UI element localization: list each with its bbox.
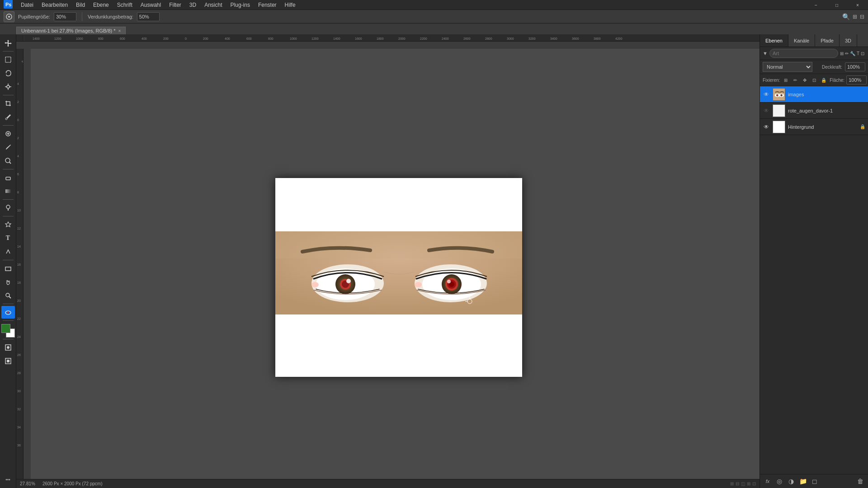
tool-shape[interactable] <box>1 262 15 275</box>
menu-item-bild[interactable]: Bild <box>72 1 89 9</box>
doc-tab-close-button[interactable]: × <box>118 28 121 33</box>
maximize-button[interactable]: □ <box>826 0 847 10</box>
zoom-level: 27.81% <box>20 481 35 486</box>
lock-all-icon[interactable]: 🔒 <box>820 76 828 84</box>
tool-screen-mode[interactable] <box>1 355 15 367</box>
menu-item-hilfe[interactable]: Hilfe <box>281 1 299 9</box>
group-button[interactable]: 📁 <box>798 476 808 486</box>
menu-item-plugins[interactable]: Plug-ins <box>227 1 254 9</box>
darken-input[interactable] <box>137 12 160 21</box>
lock-icons: ⊞ ✏ ✥ ⊡ 🔒 <box>782 76 828 84</box>
menu-item-bearbeiten[interactable]: Bearbeiten <box>38 1 71 9</box>
separator-1 <box>3 51 14 52</box>
svg-text:1800: 1800 <box>377 37 384 40</box>
lock-move-icon[interactable]: ✥ <box>801 76 809 84</box>
color-swatches[interactable] <box>1 324 15 338</box>
svg-text:24: 24 <box>17 335 21 338</box>
tool-hand[interactable] <box>1 276 15 288</box>
tab-pfade[interactable]: Pfade <box>815 34 840 47</box>
fill-input[interactable] <box>846 75 867 84</box>
layers-bottom-bar: fx ◎ ◑ 📁 ◻ 🗑 <box>760 474 868 488</box>
tool-crop[interactable] <box>1 97 15 110</box>
tab-kanale[interactable]: Kanäle <box>788 34 815 47</box>
svg-text:1200: 1200 <box>54 37 61 40</box>
arrange-icon[interactable]: ⊞ <box>853 14 857 20</box>
layers-search-input[interactable] <box>769 49 838 58</box>
layer-filter-btn-4[interactable]: T <box>857 51 859 56</box>
layer-lock-icon: 🔒 <box>860 124 865 129</box>
opacity-input[interactable] <box>845 62 865 71</box>
layer-item-hintergrund[interactable]: 👁 Hintergrund 🔒 <box>760 119 868 135</box>
menu-item-filter[interactable]: Filter <box>165 1 185 9</box>
svg-text:1200: 1200 <box>311 37 319 40</box>
adjustment-button[interactable]: ◑ <box>786 476 796 486</box>
doc-tab[interactable]: Unbenannt-1 bei 27,8% (Images, RGB/8) * … <box>16 27 126 34</box>
layer-visibility-rote-augen[interactable]: 👁 <box>763 107 770 114</box>
menu-item-auswahl[interactable]: Auswahl <box>137 1 165 9</box>
delete-layer-button[interactable]: 🗑 <box>855 476 865 486</box>
fx-button[interactable]: fx <box>763 476 773 486</box>
menu-item-3d[interactable]: 3D <box>186 1 200 9</box>
tool-eraser[interactable] <box>1 171 15 184</box>
svg-text:12: 12 <box>17 227 21 230</box>
layer-filter-btn-3[interactable]: 🔧 <box>850 51 855 56</box>
layer-filter-btn-2[interactable]: ✏ <box>845 51 849 56</box>
new-layer-button[interactable]: ◻ <box>810 476 820 486</box>
svg-text:30: 30 <box>17 389 21 393</box>
svg-text:600: 600 <box>246 37 252 40</box>
lock-brush-icon[interactable]: ✏ <box>791 76 799 84</box>
tool-brush[interactable] <box>1 141 15 154</box>
tool-magic-wand[interactable] <box>1 80 15 93</box>
layer-item-images[interactable]: 👁 imag <box>760 86 868 103</box>
layer-thumb-hintergrund <box>773 121 785 133</box>
foreground-color[interactable] <box>1 324 10 333</box>
layer-visibility-images[interactable]: 👁 <box>763 91 770 98</box>
tool-eyedropper[interactable] <box>1 111 15 123</box>
svg-text:400: 400 <box>225 37 230 40</box>
tool-lasso[interactable] <box>1 67 15 80</box>
svg-point-103 <box>777 94 778 96</box>
screen-icon[interactable]: ⊟ <box>860 14 864 20</box>
tool-text[interactable]: T <box>1 232 15 244</box>
tool-pen[interactable] <box>1 218 15 231</box>
tool-red-eye[interactable] <box>1 306 15 319</box>
tab-ebenen[interactable]: Ebenen <box>760 34 788 47</box>
tool-select-rect[interactable] <box>1 53 15 66</box>
separator-5 <box>3 199 14 200</box>
layers-search-bar: ▼ ⊞ ✏ 🔧 T ⊡ ● <box>760 47 868 60</box>
tool-clone[interactable] <box>1 155 15 167</box>
search-icon[interactable]: 🔍 <box>842 13 850 20</box>
layer-filter-btn-5[interactable]: ⊡ <box>861 51 864 56</box>
close-button[interactable]: × <box>847 0 868 10</box>
tool-mask[interactable] <box>1 341 15 354</box>
lock-position-icon[interactable]: ⊞ <box>782 76 790 84</box>
canvas-scroll[interactable] <box>31 49 760 479</box>
toolbar: T <box>0 34 16 488</box>
layer-filter-btn-1[interactable]: ⊞ <box>840 51 844 56</box>
pupil-size-input[interactable] <box>54 12 76 21</box>
layer-item-rote-augen[interactable]: 👁 rote_augen_davor-1 <box>760 103 868 119</box>
blend-mode-select[interactable]: Normal <box>763 62 812 72</box>
svg-text:0: 0 <box>17 118 19 122</box>
lock-artboard-icon[interactable]: ⊡ <box>810 76 818 84</box>
tab-3d[interactable]: 3D <box>840 34 857 47</box>
layer-visibility-hintergrund[interactable]: 👁 <box>763 123 770 131</box>
menu-item-schrift[interactable]: Schrift <box>113 1 136 9</box>
tool-gradient[interactable] <box>1 185 15 197</box>
app-logo: Ps <box>4 0 13 10</box>
tool-zoom[interactable] <box>1 289 15 302</box>
menu-item-ebene[interactable]: Ebene <box>90 1 113 9</box>
tool-dots[interactable]: ••• <box>1 473 15 486</box>
tool-heal[interactable] <box>1 127 15 140</box>
tool-path-select[interactable] <box>1 245 15 258</box>
menu-item-fenster[interactable]: Fenster <box>255 1 280 9</box>
add-mask-button[interactable]: ◎ <box>774 476 784 486</box>
tool-move[interactable] <box>1 37 15 49</box>
svg-text:10: 10 <box>17 209 21 212</box>
menu-item-ansicht[interactable]: Ansicht <box>201 1 226 9</box>
svg-text:4: 4 <box>17 155 19 158</box>
svg-text:200: 200 <box>203 37 208 40</box>
minimize-button[interactable]: − <box>806 0 826 10</box>
tool-dodge[interactable] <box>1 202 15 214</box>
menu-item-datei[interactable]: Datei <box>17 1 37 9</box>
